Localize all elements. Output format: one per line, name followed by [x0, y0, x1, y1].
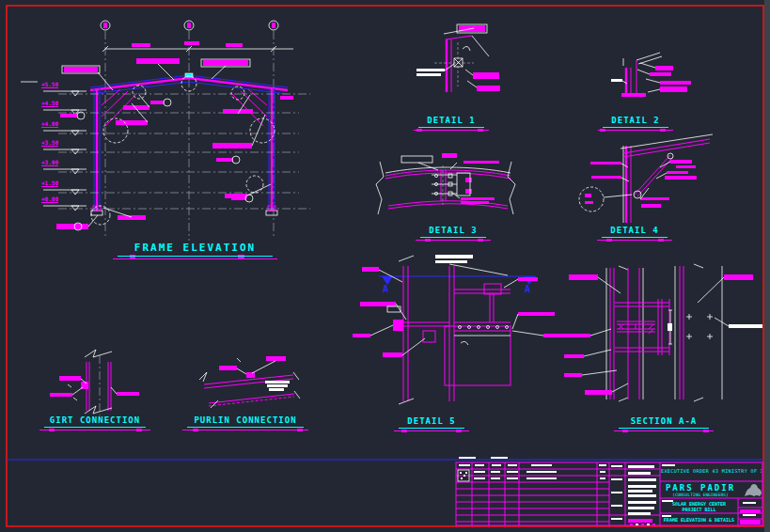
section-a-a-title: SECTION A-A	[619, 416, 709, 429]
title-block-company: PARS PADIR	[661, 483, 740, 493]
frame-elevation-title: FRAME ELEVATION	[118, 242, 273, 257]
drawing-linework	[0, 0, 770, 532]
purlin-connection-title: PURLIN CONNECTION	[187, 415, 304, 428]
detail-1-title: DETAIL 1	[418, 116, 484, 128]
detail-5-drawing	[353, 255, 564, 432]
title-block-project2: PROJECT BILL	[661, 507, 737, 512]
level-label: +0.00	[41, 196, 58, 203]
level-label: +4.50	[41, 100, 58, 107]
level-label: +5.50	[41, 81, 58, 88]
title-block-company-sub: (CONSULTING ENGINEERS)	[661, 493, 740, 497]
detail-4-title: DETAIL 4	[602, 226, 668, 238]
girt-connection-title: GIRT CONNECTION	[44, 415, 146, 428]
title-block-sheet-title: FRAME ELEVATION & DETAILS	[661, 517, 737, 523]
section-marker-a-right: A	[525, 285, 530, 294]
info-column-text	[611, 465, 656, 525]
bolt-cross-icon	[686, 314, 713, 339]
title-block-ministry: EXECUTIVE ORDER 43 MINISTRY OF INDUSTRY	[661, 468, 762, 474]
frame-elevation-drawing	[21, 21, 310, 258]
detail-3-title: DETAIL 3	[420, 226, 486, 238]
section-a-a-drawing	[564, 264, 762, 432]
grid-bubble-icon	[101, 21, 278, 30]
company-logo-icon	[745, 484, 762, 496]
cad-viewport: FRAME ELEVATION DETAIL 1 DETAIL 2 DETAIL…	[0, 0, 770, 532]
level-label: +4.00	[41, 120, 58, 128]
detail-5-title: DETAIL 5	[399, 416, 464, 429]
detail-2-title: DETAIL 2	[603, 116, 668, 128]
level-label: +3.50	[41, 139, 58, 147]
section-marker-a-left: A	[383, 285, 388, 294]
sheet-border	[7, 0, 770, 532]
level-label: +1.50	[41, 180, 58, 187]
detail-circles	[91, 76, 275, 225]
level-label: +3.00	[41, 159, 58, 166]
